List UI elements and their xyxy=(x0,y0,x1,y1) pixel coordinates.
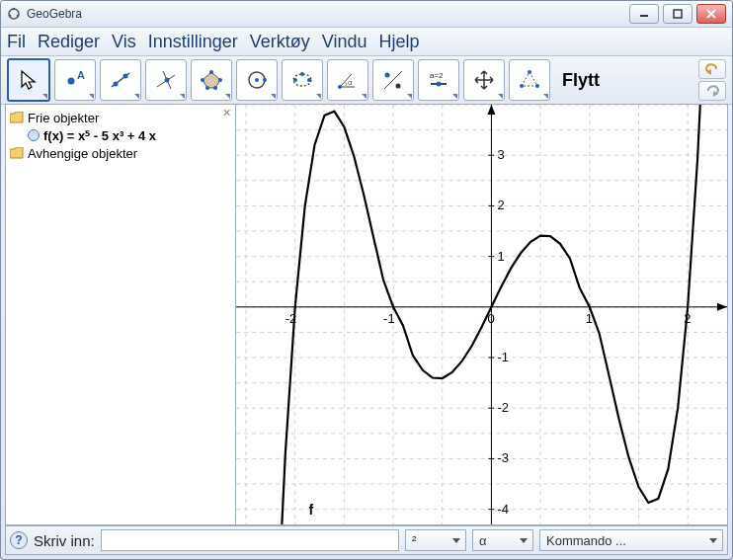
menu-help[interactable]: Hjelp xyxy=(379,32,420,52)
tree-free-objects[interactable]: Frie objekter xyxy=(10,109,231,126)
toolbar: A α a=2 Flytt xyxy=(1,56,732,105)
tool-pan[interactable] xyxy=(463,59,505,101)
selected-tool-label: Flytt xyxy=(562,70,694,91)
tool-perpendicular[interactable] xyxy=(145,59,187,101)
svg-point-3 xyxy=(9,15,12,18)
tree-item-f[interactable]: f(x) = x⁵ - 5 x³ + 4 x xyxy=(10,126,231,144)
menu-window[interactable]: Vindu xyxy=(322,32,367,52)
app-window: GeoGebra Fil Rediger Vis Innstillinger V… xyxy=(0,0,733,560)
svg-point-26 xyxy=(293,78,297,82)
circle-icon xyxy=(244,67,270,93)
input-bar: ? Skriv inn: ² α Kommando ... xyxy=(5,525,728,555)
custom-tool-icon xyxy=(517,67,542,93)
tool-angle[interactable]: α xyxy=(327,59,368,101)
object-visibility-dot[interactable] xyxy=(28,129,40,141)
tool-circle[interactable] xyxy=(236,59,278,101)
svg-point-17 xyxy=(209,70,213,74)
tool-line[interactable] xyxy=(100,59,141,101)
redo-icon xyxy=(704,85,720,97)
svg-text:3: 3 xyxy=(497,147,504,162)
input-label: Skriv inn: xyxy=(34,532,95,549)
exponent-combo[interactable]: ² xyxy=(405,529,466,551)
minimize-button[interactable] xyxy=(629,4,659,24)
tool-slider[interactable]: a=2 xyxy=(418,59,459,101)
plot-canvas[interactable]: -2-1012-4-3-2-1123f xyxy=(236,105,727,524)
svg-point-28 xyxy=(300,72,304,76)
line-icon xyxy=(108,67,133,93)
svg-point-8 xyxy=(68,78,75,85)
reflect-icon xyxy=(380,67,406,93)
cursor-icon xyxy=(16,67,41,93)
angle-icon: α xyxy=(335,67,361,93)
menu-tools[interactable]: Verktøy xyxy=(250,32,310,52)
close-button[interactable] xyxy=(696,4,726,24)
greek-combo[interactable]: α xyxy=(472,529,533,551)
svg-marker-73 xyxy=(487,105,495,115)
svg-point-11 xyxy=(114,82,119,87)
svg-point-2 xyxy=(17,15,20,18)
polygon-icon xyxy=(199,67,224,93)
svg-point-20 xyxy=(205,86,209,90)
svg-text:A: A xyxy=(77,69,85,81)
svg-point-12 xyxy=(123,74,128,79)
svg-text:-1: -1 xyxy=(383,311,395,326)
close-panel-icon[interactable]: ✕ xyxy=(222,107,231,120)
svg-point-15 xyxy=(165,78,170,83)
svg-point-24 xyxy=(263,78,267,82)
menubar: Fil Rediger Vis Innstillinger Verktøy Vi… xyxy=(1,28,732,56)
help-icon[interactable]: ? xyxy=(10,531,28,549)
folder-icon xyxy=(10,112,24,123)
svg-text:-2: -2 xyxy=(497,400,509,415)
function-expression: f(x) = x⁵ - 5 x³ + 4 x xyxy=(43,128,156,143)
tree-dependent-objects[interactable]: Avhengige objekter xyxy=(10,144,231,162)
dependent-objects-label: Avhengige objekter xyxy=(28,146,137,161)
free-objects-label: Frie objekter xyxy=(28,111,99,125)
svg-marker-37 xyxy=(522,72,537,86)
point-icon: A xyxy=(62,67,88,93)
svg-point-30 xyxy=(338,85,342,89)
svg-point-0 xyxy=(9,9,19,19)
titlebar: GeoGebra xyxy=(1,1,732,28)
tool-conic[interactable] xyxy=(282,59,323,101)
svg-point-39 xyxy=(535,84,539,88)
undo-button[interactable] xyxy=(698,59,726,79)
svg-point-1 xyxy=(13,8,16,11)
svg-point-40 xyxy=(520,84,524,88)
svg-point-36 xyxy=(437,82,442,87)
command-combo[interactable]: Kommando ... xyxy=(539,529,723,551)
svg-point-23 xyxy=(255,78,259,82)
redo-button[interactable] xyxy=(698,81,726,101)
svg-marker-72 xyxy=(717,303,727,311)
tool-move[interactable] xyxy=(7,58,50,102)
perpendicular-icon xyxy=(153,67,179,93)
tool-custom[interactable] xyxy=(509,59,550,101)
svg-text:1: 1 xyxy=(497,249,504,264)
tool-reflect[interactable] xyxy=(372,59,414,101)
menu-view[interactable]: Vis xyxy=(112,32,136,52)
svg-point-32 xyxy=(385,73,390,78)
svg-point-18 xyxy=(218,78,222,82)
maximize-button[interactable] xyxy=(663,4,692,24)
algebra-view[interactable]: ✕ Frie objekter f(x) = x⁵ - 5 x³ + 4 x A… xyxy=(6,105,236,524)
tool-point[interactable]: A xyxy=(54,59,96,101)
window-title: GeoGebra xyxy=(27,7,82,21)
command-input[interactable] xyxy=(101,529,399,551)
menu-settings[interactable]: Innstillinger xyxy=(148,32,238,52)
svg-text:α: α xyxy=(348,78,353,87)
workspace: ✕ Frie objekter f(x) = x⁵ - 5 x³ + 4 x A… xyxy=(5,104,728,525)
svg-text:-3: -3 xyxy=(497,450,509,465)
tool-polygon[interactable] xyxy=(191,59,232,101)
menu-file[interactable]: Fil xyxy=(7,32,26,52)
svg-text:2: 2 xyxy=(497,198,504,212)
folder-icon xyxy=(10,147,24,159)
svg-text:-4: -4 xyxy=(497,502,509,517)
move-arrows-icon xyxy=(471,67,497,93)
svg-text:a=2: a=2 xyxy=(430,71,444,80)
menu-edit[interactable]: Rediger xyxy=(38,32,100,52)
ellipse-icon xyxy=(289,67,315,93)
app-icon xyxy=(7,7,21,21)
undo-icon xyxy=(704,63,720,75)
graphics-view[interactable]: -2-1012-4-3-2-1123f xyxy=(236,105,727,524)
svg-point-27 xyxy=(307,78,311,82)
svg-text:-1: -1 xyxy=(497,350,509,364)
